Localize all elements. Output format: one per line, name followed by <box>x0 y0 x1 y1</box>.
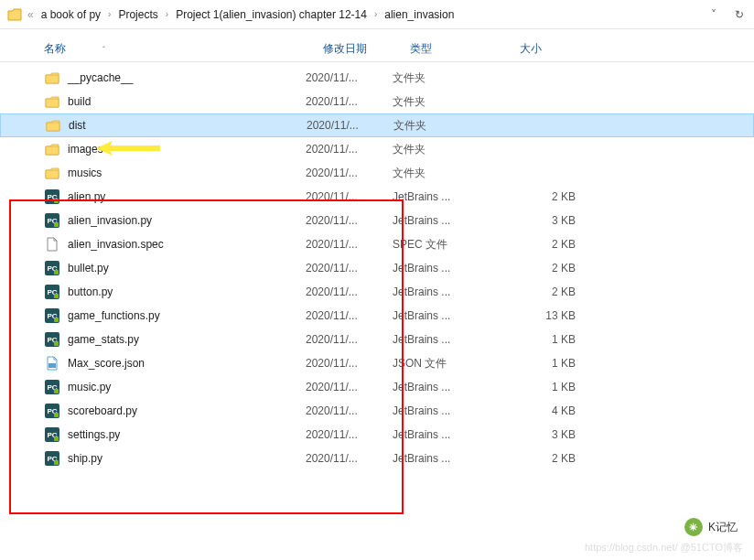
file-type: 文件夹 <box>393 142 502 157</box>
file-name: music.py <box>68 381 111 393</box>
file-name: game_stats.py <box>68 333 139 346</box>
file-row[interactable]: PCship.py2020/11/...JetBrains ...2 KB <box>0 447 754 470</box>
file-name: bullet.py <box>68 262 109 275</box>
chevron-right-icon: › <box>166 9 168 19</box>
breadcrumb-3[interactable]: alien_invasion <box>379 5 459 25</box>
file-date: 2020/11/... <box>306 285 393 298</box>
file-date: 2020/11/... <box>306 214 393 227</box>
py-icon: PC <box>44 331 60 348</box>
nav-back-icon[interactable]: « <box>27 8 34 21</box>
file-date: 2020/11/... <box>306 167 393 179</box>
file-row[interactable]: PCmusic.py2020/11/...JetBrains ...1 KB <box>0 375 754 399</box>
file-size: 1 KB <box>502 357 576 370</box>
file-name: musics <box>68 167 102 179</box>
file-size: 13 KB <box>502 309 576 322</box>
file-date: 2020/11/... <box>306 143 393 156</box>
file-type: 文件夹 <box>393 166 502 181</box>
file-row[interactable]: PCbullet.py2020/11/...JetBrains ...2 KB <box>0 256 754 280</box>
header-size[interactable]: 大小 <box>520 41 593 57</box>
file-name: ship.py <box>68 452 102 465</box>
py-icon: PC <box>44 212 60 229</box>
file-date: 2020/11/... <box>306 71 393 84</box>
file-type: 文件夹 <box>393 94 502 110</box>
file-type: JetBrains ... <box>393 285 502 298</box>
watermark: ✳ K记忆 <box>684 518 738 536</box>
file-type: JetBrains ... <box>393 262 502 275</box>
breadcrumb-2[interactable]: Project 1(alien_invasion) chapter 12-14 <box>170 5 372 25</box>
file-date: 2020/11/... <box>307 119 393 132</box>
column-headers: 名称ˆ 修改日期 类型 大小 <box>0 37 754 62</box>
file-date: 2020/11/... <box>306 381 393 393</box>
file-type: JetBrains ... <box>393 190 502 203</box>
py-icon: PC <box>44 260 60 276</box>
py-icon: PC <box>44 284 60 300</box>
file-name: images <box>68 143 103 156</box>
file-name: alien_invasion.spec <box>68 238 164 251</box>
file-size: 3 KB <box>502 428 576 441</box>
dropdown-icon[interactable]: ˅ <box>703 4 725 26</box>
folder-icon[interactable] <box>4 4 26 26</box>
file-row[interactable]: images2020/11/...文件夹 <box>0 137 754 161</box>
address-bar: « a book of py › Projects › Project 1(al… <box>0 0 754 29</box>
file-size: 2 KB <box>502 262 576 275</box>
file-date: 2020/11/... <box>306 190 393 203</box>
file-list: __pycache__2020/11/...文件夹build2020/11/..… <box>0 62 754 470</box>
file-row[interactable]: musics2020/11/...文件夹 <box>0 161 754 185</box>
py-icon: PC <box>44 188 60 205</box>
file-row[interactable]: PCalien.py2020/11/...JetBrains ...2 KB <box>0 185 754 209</box>
py-icon: PC <box>44 403 60 419</box>
file-type: SPEC 文件 <box>393 237 502 253</box>
file-size: 3 KB <box>502 214 576 227</box>
file-row[interactable]: PCgame_functions.py2020/11/...JetBrains … <box>0 304 754 328</box>
file-date: 2020/11/... <box>306 262 393 275</box>
file-row[interactable]: PCgame_stats.py2020/11/...JetBrains ...1… <box>0 328 754 351</box>
sort-asc-icon: ˆ <box>102 45 105 54</box>
file-date: 2020/11/... <box>306 333 393 346</box>
file-name: Max_score.json <box>68 357 145 370</box>
file-name: alien.py <box>68 190 105 203</box>
file-row[interactable]: PCbutton.py2020/11/...JetBrains ...2 KB <box>0 280 754 304</box>
file-date: 2020/11/... <box>306 452 393 465</box>
file-row[interactable]: PCalien_invasion.py2020/11/...JetBrains … <box>0 209 754 232</box>
breadcrumb-0[interactable]: a book of py <box>36 5 106 25</box>
file-row[interactable]: Max_score.json2020/11/...JSON 文件1 KB <box>0 351 754 375</box>
wechat-icon: ✳ <box>684 518 703 536</box>
file-row[interactable]: build2020/11/...文件夹 <box>0 90 754 113</box>
file-date: 2020/11/... <box>306 238 393 251</box>
file-name: alien_invasion.py <box>68 214 152 227</box>
file-row[interactable]: alien_invasion.spec2020/11/...SPEC 文件2 K… <box>0 232 754 256</box>
file-name: scoreboard.py <box>68 404 137 417</box>
file-name: __pycache__ <box>68 71 133 84</box>
file-name: dist <box>69 119 86 132</box>
json-icon <box>44 355 60 372</box>
file-row[interactable]: dist2020/11/...文件夹 <box>0 113 754 137</box>
file-name: game_functions.py <box>68 309 160 322</box>
file-row[interactable]: PCsettings.py2020/11/...JetBrains ...3 K… <box>0 423 754 447</box>
header-type[interactable]: 类型 <box>410 41 520 57</box>
folder-icon <box>44 93 60 110</box>
breadcrumb-1[interactable]: Projects <box>113 5 163 25</box>
file-type: JSON 文件 <box>393 356 502 372</box>
file-size: 4 KB <box>502 404 576 417</box>
py-icon: PC <box>44 426 60 443</box>
file-size: 2 KB <box>502 238 576 251</box>
file-type: JetBrains ... <box>393 309 502 322</box>
py-icon: PC <box>44 450 60 467</box>
file-name: button.py <box>68 285 113 298</box>
file-row[interactable]: __pycache__2020/11/...文件夹 <box>0 66 754 90</box>
refresh-icon[interactable]: ↻ <box>728 4 750 26</box>
watermark-url: https://blog.csdn.net/ @51CTO博客 <box>585 541 743 555</box>
file-size: 2 KB <box>502 452 576 465</box>
file-row[interactable]: PCscoreboard.py2020/11/...JetBrains ...4… <box>0 399 754 423</box>
header-date[interactable]: 修改日期 <box>323 41 410 57</box>
file-date: 2020/11/... <box>306 95 393 108</box>
chevron-right-icon: › <box>374 9 377 19</box>
file-size: 1 KB <box>502 333 576 346</box>
file-type: 文件夹 <box>393 70 502 86</box>
file-type: JetBrains ... <box>393 404 502 417</box>
folder-icon <box>45 117 61 134</box>
file-date: 2020/11/... <box>306 357 393 370</box>
file-type: JetBrains ... <box>393 214 502 227</box>
file-type: JetBrains ... <box>393 381 502 393</box>
header-name[interactable]: 名称ˆ <box>44 41 323 57</box>
